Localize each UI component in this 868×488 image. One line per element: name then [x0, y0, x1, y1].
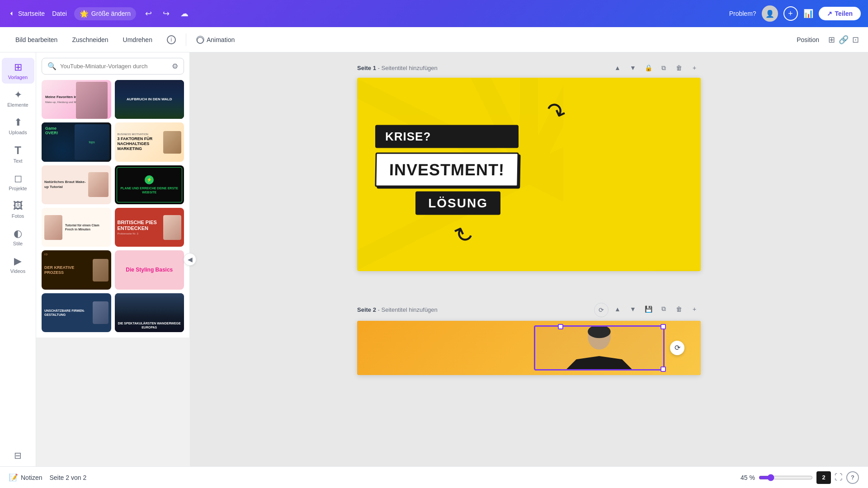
add-collaborator-button[interactable]: + [783, 6, 798, 21]
share-button[interactable]: ↗ Teilen [819, 7, 861, 20]
sidebar-item-styles[interactable]: ◐ Stile [2, 224, 34, 250]
bottom-bar: 📝 Notizen Seite 2 von 2 45 % 2 ⛶ ? [0, 466, 868, 488]
search-input[interactable] [60, 63, 168, 70]
zoom-section: 45 % 2 ⛶ ? [741, 471, 859, 484]
resize-handle-tr[interactable] [558, 324, 563, 329]
krise-text: KRISE? [375, 125, 519, 148]
resize-handle-bl[interactable] [660, 366, 666, 372]
resize-button[interactable]: 🌟 Größe ändern [74, 7, 136, 20]
template-card[interactable]: ⚡ PLANE UND ERREICHE DEINE ERSTE WEBSITE [115, 165, 184, 204]
redo-button[interactable]: ↪ [161, 7, 171, 20]
template-card[interactable]: GameOVER! tops [42, 122, 111, 161]
template-card[interactable]: BUSINESS MOTIVATION 3 FAKTOREN FÜR NACHH… [115, 122, 184, 161]
problem-button[interactable]: Problem? [729, 10, 756, 17]
template-title: PLANE UND ERREICHE DEINE ERSTE WEBSITE [119, 186, 180, 194]
template-tag: ID [44, 253, 48, 256]
template-card[interactable]: DIE SPEKTAKULÄRSTEN WANDERWEGE EUROPAS [115, 293, 184, 332]
stats-icon[interactable]: 📊 [803, 9, 813, 19]
page2-duplicate-button[interactable]: ⧉ [657, 303, 670, 315]
lock-button[interactable]: 🔒 [642, 61, 655, 74]
selected-element-box[interactable] [534, 325, 665, 371]
template-card[interactable]: ID DER KREATIVE PROZESS [42, 250, 111, 289]
template-title: GameOVER! [45, 126, 58, 135]
search-icon: 🔍 [47, 62, 57, 70]
slide-content: KRISE? INVESTMENT! LÖSUNG [375, 125, 519, 215]
template-card[interactable]: Die Styling Basics [115, 250, 184, 289]
page2-down-button[interactable]: ▼ [627, 303, 639, 315]
page-2-container: Seite 2 - Seitentitel hinzufügen ⟳ ▲ ▼ 💾… [357, 303, 701, 375]
canvas-area: Seite 1 - Seitentitel hinzufügen ▲ ▼ 🔒 ⧉… [190, 52, 868, 466]
grid-view-icon[interactable]: ⊟ [14, 450, 22, 461]
template-card[interactable]: Natürliches Braut Make-up Tutorial [42, 165, 111, 204]
template-card[interactable]: AUFBRUCH IN DEN WALD [115, 80, 184, 119]
sidebar-item-elements[interactable]: ✦ Elemente [2, 85, 34, 111]
flip-button[interactable]: Umdrehen [117, 33, 159, 46]
template-card[interactable]: BRITISCHE PIES ENTDECKEN Probierseite Nr… [115, 208, 184, 247]
info-button[interactable]: i [160, 33, 182, 47]
rotate-button[interactable]: ⟳ [670, 341, 684, 355]
template-icon: ⚡ [145, 175, 154, 184]
page-count: 2 [816, 471, 831, 484]
avatar[interactable]: 👤 [762, 5, 778, 22]
template-subtitle: Probierseite Nr. 3 [118, 232, 164, 235]
page2-refresh-button[interactable]: ⟳ [594, 303, 609, 317]
page2-add-button[interactable]: + [688, 303, 701, 315]
template-tag: BUSINESS MOTIVATION [118, 133, 164, 136]
sidebar-item-photos[interactable]: 🖼 Fotos [2, 197, 34, 222]
slide2-person [535, 327, 663, 369]
add-page-button[interactable]: + [688, 61, 701, 74]
page-1-title: Seite 1 - Seitentitel hinzufügen [357, 65, 438, 71]
projects-icon: ◻ [14, 173, 22, 184]
page2-save-button[interactable]: 💾 [642, 303, 655, 315]
slide-2-canvas[interactable]: ⟳ [357, 321, 701, 375]
top-bar: Startseite Datei 🌟 Größe ändern ↩ ↪ ☁ Pr… [0, 0, 868, 27]
delete-page-button[interactable]: 🗑 [673, 61, 685, 74]
sidebar-item-uploads[interactable]: ⬆ Uploads [2, 113, 34, 139]
resize-handle-tl[interactable] [660, 324, 666, 329]
template-title: 3 FAKTOREN FÜR NACHHALTIGES MARKETING [118, 136, 164, 151]
page2-up-button[interactable]: ▲ [611, 303, 624, 315]
zoom-slider[interactable] [759, 474, 813, 481]
position-button[interactable]: Position [791, 33, 825, 46]
crop-corner-icon[interactable]: ⊡ [852, 35, 859, 45]
filter-icon[interactable]: ⚙ [172, 62, 178, 70]
page-up-button[interactable]: ▲ [611, 61, 624, 74]
grid-icon[interactable]: ⊞ [828, 35, 835, 45]
page-1-header: Seite 1 - Seitentitel hinzufügen ▲ ▼ 🔒 ⧉… [357, 61, 701, 74]
edit-image-button[interactable]: Bild bearbeiten [9, 33, 64, 46]
notes-button[interactable]: 📝 Notizen [9, 473, 42, 482]
page-2-title: Seite 2 - Seitentitel hinzufügen [357, 306, 438, 313]
toolbar-divider [186, 33, 186, 46]
home-button[interactable]: Startseite [7, 9, 45, 18]
photos-icon: 🖼 [13, 200, 23, 212]
template-card[interactable]: Tutorial für einen Clam Frech in Minuten [42, 208, 111, 247]
person-image [563, 78, 701, 271]
file-menu[interactable]: Datei [52, 10, 67, 17]
page2-delete-button[interactable]: 🗑 [673, 303, 685, 315]
image-toolbar: Bild bearbeiten Zuschneiden Umdrehen i ◯… [0, 27, 868, 52]
home-label: Startseite [18, 10, 45, 17]
sidebar-item-videos[interactable]: ▶ Videos [2, 252, 34, 277]
hide-panel-button[interactable]: ◀ [184, 253, 196, 266]
template-card[interactable]: Unschätzbare Firmen­gestaltung [42, 293, 111, 332]
template-detail: tops [75, 124, 109, 160]
sidebar-item-projects[interactable]: ◻ Projekte [2, 169, 34, 195]
help-button[interactable]: ? [846, 471, 859, 484]
duplicate-page-button[interactable]: ⧉ [657, 61, 670, 74]
sidebar-item-text[interactable]: T Text [2, 141, 34, 167]
fullscreen-button[interactable]: ⛶ [835, 473, 843, 482]
search-box: 🔍 ⚙ [42, 58, 184, 75]
animation-button[interactable]: ◯ Animation [190, 33, 241, 47]
page-down-button[interactable]: ▼ [627, 61, 639, 74]
link-icon[interactable]: 🔗 [839, 35, 849, 45]
text-icon: T [14, 144, 21, 157]
save-cloud-icon[interactable]: ☁ [179, 7, 190, 20]
sidebar-item-templates[interactable]: ⊞ Vorlagen [2, 58, 34, 84]
zoom-label: 45 % [741, 474, 755, 481]
slide-1-canvas[interactable]: KRISE? INVESTMENT! LÖSUNG ↷ ↷ ⧉ 🗑 ··· [357, 78, 701, 271]
elements-icon: ✦ [14, 89, 22, 101]
page-1-container: Seite 1 - Seitentitel hinzufügen ▲ ▼ 🔒 ⧉… [357, 61, 701, 271]
crop-button[interactable]: Zuschneiden [66, 33, 114, 46]
template-card[interactable]: Meine Favoriten im Juni Make-up, Kleidun… [42, 80, 111, 119]
undo-button[interactable]: ↩ [143, 7, 154, 20]
